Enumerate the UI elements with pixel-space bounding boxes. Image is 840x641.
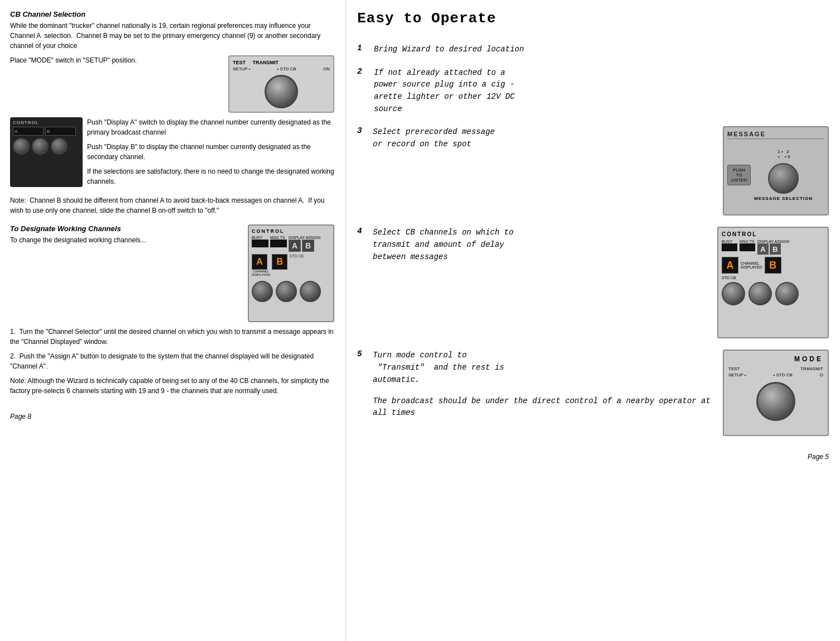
busy-label: BUSY xyxy=(252,236,268,240)
step-3-num: 3 xyxy=(357,126,368,135)
msgtx-lbl: MSG TX xyxy=(740,240,755,243)
right-page-num: Page 5 xyxy=(808,453,829,461)
std-cb-text: STD CB xyxy=(289,254,304,258)
setup-label: SETUP • xyxy=(233,66,251,71)
ctrl-top-sm: A B xyxy=(13,127,80,136)
ab-btns: A B xyxy=(757,243,789,255)
right-panel: Easy to Operate 1 Bring Wizard to desire… xyxy=(346,0,840,641)
test-transmit-label: TEST TRANSMIT xyxy=(233,60,279,65)
step-5-texts: Turn mode control to "Transmit" and the … xyxy=(373,350,714,419)
mode-section: Place "MODE" switch in "SETUP" position.… xyxy=(10,55,334,113)
mode-knob-container xyxy=(233,75,330,108)
step2-para: 2. Push the "Assign A" button to designa… xyxy=(10,351,334,371)
mode-device-right: MODE TEST TRANSMIT SETUP • • STD CB O xyxy=(723,350,829,436)
ctrl-knobs-large xyxy=(252,281,330,302)
step-5-sub-text: The broadcast should be under the direct… xyxy=(373,395,714,419)
msgtx-display xyxy=(740,243,755,251)
note-device-section: Note: Channel B should be different from… xyxy=(10,195,334,220)
mode-caption-col: Place "MODE" switch in "SETUP" position. xyxy=(10,55,223,113)
step-note-para: Note: Although the Wizard is technically… xyxy=(10,376,334,396)
mode-top-labels: TEST TRANSMIT xyxy=(233,60,330,65)
ctrl-display-sm2: B xyxy=(45,127,76,136)
push-to-listen-btn: PUSH TOLISTEN xyxy=(727,165,751,185)
channel-b-btn: B xyxy=(302,240,314,252)
on-lbl-r: O xyxy=(820,372,823,377)
mode-big-knob-right xyxy=(756,382,795,421)
std-cb-disp: STD CB xyxy=(289,254,304,276)
chan-disp-lbl: CHANNELDISPLAYED xyxy=(741,261,762,269)
step-3-text: Select prerecorded messageor record on t… xyxy=(373,126,714,150)
step-1-text: Bring Wizard to desired location xyxy=(374,44,829,56)
test-lbl: TEST xyxy=(728,366,740,371)
busy-disp xyxy=(252,240,268,247)
ctrl-knob-r2 xyxy=(748,282,772,305)
page-title: Easy to Operate xyxy=(357,10,829,27)
std-cb-ctrl: STD CB xyxy=(722,276,824,280)
channel-a-btn: A xyxy=(289,240,301,252)
msgtx-disp xyxy=(270,240,287,247)
left-panel: CB Channel Selection While the dominant … xyxy=(0,0,346,641)
left-page-num: Page 8 xyxy=(10,413,31,420)
msg-knob-area: 1 • 2 • • 3 MESSAGE SELECTION xyxy=(754,149,813,201)
step-5-sub-text-wrap: The broadcast should be under the direct… xyxy=(373,395,714,419)
message-dev-body: PUSH TOLISTEN 1 • 2 • • 3 MESSAGE SELECT… xyxy=(727,141,824,208)
step1-para: 1. Turn the "Channel Selector" until the… xyxy=(10,327,334,347)
control-device-right: CONTROL BUSY MSG TX DISPLAY ASSIGN A B xyxy=(717,227,829,338)
step-2-text: If not already attached to apower source… xyxy=(374,67,829,116)
mode-setup-stdcb: SETUP • • STD CB O xyxy=(728,372,823,377)
step-4-content: 4 Select CB channels on which totransmit… xyxy=(357,227,709,263)
message-dev-title: MESSAGE xyxy=(727,131,824,139)
step-1-row: 1 Bring Wizard to desired location xyxy=(357,44,829,56)
step-5-num: 5 xyxy=(357,350,368,358)
ctrl-knob-sm2 xyxy=(32,138,49,155)
msgtx-label: MSG TX xyxy=(270,236,287,240)
disp-asn-lbl: DISPLAY ASSIGN xyxy=(757,240,789,243)
control-caption-section: CONTROL A B Push "Display A" switch to d… xyxy=(10,117,334,191)
std-cb-label: • STD CB xyxy=(277,66,296,71)
step-1-num: 1 xyxy=(357,44,368,52)
ctrl-knob-r1 xyxy=(722,282,745,305)
channel-b-disp: B xyxy=(272,254,287,276)
msg-scale-label: 1 • 2 • • 3 xyxy=(777,149,790,159)
push-display-a-text: Push "Display A" switch to display the c… xyxy=(87,117,334,137)
mode-knob-left xyxy=(265,75,298,108)
note-text: Note: Channel B should be different from… xyxy=(10,195,334,216)
step-2-num: 2 xyxy=(357,67,368,76)
step-3-row: 3 Select prerecorded messageor record on… xyxy=(357,126,829,216)
designate-section: To Designate Working Channels To change … xyxy=(10,224,334,322)
ctrl-knob-sm1 xyxy=(13,138,30,155)
ctrl-knobs-sm xyxy=(13,138,80,155)
ctrl-busy: BUSY xyxy=(722,240,737,255)
ctrl-top-labels: BUSY MSG TX DISPLAY ASSIGN A B xyxy=(722,240,824,255)
mode-dev-title: MODE xyxy=(728,355,823,363)
ctrl-disp-assign-col: DISPLAY ASSIGN A B xyxy=(289,236,330,252)
std-cb-lbl-r: • STD CB xyxy=(773,372,792,377)
note-col: Note: Channel B should be different from… xyxy=(10,195,334,220)
channel-displays: A CHANNELDISPLAYED B STD CB xyxy=(252,254,330,276)
to-designate-title: To Designate Working Channels xyxy=(10,224,243,233)
step-4-text: Select CB channels on which totransmit a… xyxy=(373,227,709,263)
push-display-b-text: Push "Display B" to display the channel … xyxy=(87,142,334,162)
msg-sel-label: MESSAGE SELECTION xyxy=(754,196,813,201)
step-2-row: 2 If not already attached to apower sour… xyxy=(357,67,829,116)
step-5-row: 5 Turn mode control to "Transmit" and th… xyxy=(357,350,829,436)
ctrl-disp-asn: DISPLAY ASSIGN A B xyxy=(757,240,789,255)
message-selection-knob xyxy=(768,163,799,194)
ctrl-knob-sm3 xyxy=(51,138,68,155)
ctrl-knob-lg2 xyxy=(276,281,297,302)
step-4-row: 4 Select CB channels on which totransmit… xyxy=(357,227,829,338)
step-5-content: 5 Turn mode control to "Transmit" and th… xyxy=(357,350,714,419)
control-device-large: CONTROL BUSY MSG TX DISPLAY ASSIGN A B xyxy=(248,224,334,322)
left-footer: Page 8 xyxy=(10,407,334,420)
ctrl-busy-col: BUSY xyxy=(252,236,268,252)
message-device: MESSAGE PUSH TOLISTEN 1 • 2 • • 3 MESSAG… xyxy=(723,126,829,216)
mode-setup-row: SETUP • • STD CB ON xyxy=(233,66,330,71)
para-1: While the dominant "trucker" channel nat… xyxy=(10,21,334,51)
ctrl-dev-title: CONTROL xyxy=(722,231,824,237)
ctrl-knob-lg3 xyxy=(300,281,321,302)
step-5-main-text: Turn mode control to "Transmit" and the … xyxy=(373,350,714,386)
ab-row: A B xyxy=(289,240,330,252)
ctrl-msgtx: MSG TX xyxy=(740,240,755,255)
place-mode-text: Place "MODE" switch in "SETUP" position. xyxy=(10,55,223,65)
a-btn: A xyxy=(757,243,769,255)
